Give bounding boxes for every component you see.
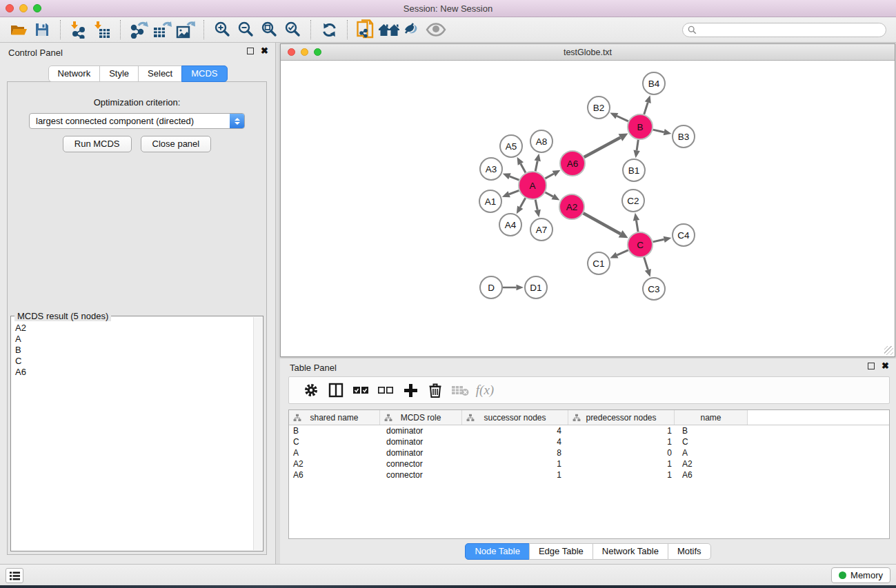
tab-node-table[interactable]: Node Table [465,543,530,560]
tab-mcds[interactable]: MCDS [181,65,227,82]
graph-node-B2[interactable]: B2 [588,97,610,119]
delete-row-button[interactable] [423,380,448,401]
refresh-layout-button[interactable] [317,19,341,40]
graph-node-B4[interactable]: B4 [643,72,665,94]
column-header-name[interactable]: name [675,410,748,425]
export-image-button[interactable] [174,19,197,40]
function-builder-button[interactable]: f(x) [472,380,497,401]
zoom-out-button[interactable] [234,19,257,40]
graph-node-A6[interactable]: A6 [560,151,585,176]
zoom-window-button[interactable] [33,4,41,12]
zoom-fit-icon [260,21,278,39]
close-panel-button[interactable]: Close panel [141,136,212,152]
network-from-file-button[interactable] [354,19,377,40]
graph-node-A7[interactable]: A7 [530,219,552,241]
graph-node-C3[interactable]: C3 [643,278,665,300]
result-item[interactable]: A6 [15,367,252,378]
tab-edge-table[interactable]: Edge Table [529,543,593,560]
graph-node-D1[interactable]: D1 [525,276,547,298]
export-table-button[interactable] [150,19,174,40]
task-history-button[interactable] [6,568,23,583]
window-resize-grip[interactable] [884,346,893,355]
mcds-result-box: MCDS result (5 nodes) A2ABCA6 [10,316,263,551]
run-mcds-button[interactable]: Run MCDS [63,136,132,152]
graph-node-C1[interactable]: C1 [588,252,610,274]
graph-node-A[interactable]: A [519,172,546,199]
graph-node-A8[interactable]: A8 [530,130,552,152]
result-item[interactable]: C [15,356,252,367]
table-cell: A [289,448,380,458]
float-table-panel-icon[interactable] [868,363,875,369]
result-item[interactable]: B [15,345,252,356]
table-cell: dominator [380,426,462,436]
float-panel-icon[interactable] [247,48,254,54]
table-row[interactable]: A2connector11A2 [289,458,889,469]
search-input[interactable] [682,23,886,37]
close-table-panel-icon[interactable]: ✖ [882,363,889,369]
table-row[interactable]: Adominator80A [289,447,889,458]
add-row-button[interactable] [398,380,423,401]
tab-style[interactable]: Style [99,65,139,82]
close-window-button[interactable] [6,4,14,12]
column-header-MCDS-role[interactable]: MCDS role [380,410,462,425]
import-table-button[interactable] [90,19,114,40]
network-close-button[interactable] [288,48,295,56]
network-zoom-button[interactable] [314,48,321,56]
graph-node-B1[interactable]: B1 [623,159,645,181]
tab-network[interactable]: Network [48,65,100,82]
graph-node-A2[interactable]: A2 [559,194,584,219]
close-panel-icon[interactable]: ✖ [261,48,268,54]
table-row[interactable]: Bdominator41B [289,425,889,436]
select-all-button[interactable] [348,380,373,401]
export-network-button[interactable] [127,19,150,40]
zoom-fit-button[interactable] [257,19,281,40]
network-window-titlebar[interactable]: testGlobe.txt [281,44,895,61]
tab-network-table[interactable]: Network Table [593,543,668,560]
criterion-dropdown-value: largest connected component (directed) [36,116,194,126]
graph-arrowhead [633,213,639,221]
minimize-window-button[interactable] [19,4,28,12]
graph-node-C4[interactable]: C4 [673,224,695,246]
show-hide-graphics-button[interactable] [424,19,448,40]
zoom-in-button[interactable] [210,19,234,40]
table-cell: 1 [568,459,675,469]
table-row[interactable]: Cdominator41C [289,436,889,447]
tab-motifs[interactable]: Motifs [668,543,711,560]
delete-column-button[interactable] [448,380,472,401]
column-header-successor-nodes[interactable]: successor nodes [462,410,568,425]
graph-node-D[interactable]: D [480,276,502,298]
column-header-shared-name[interactable]: shared name [289,410,380,425]
deselect-all-button[interactable] [373,380,398,401]
table-cell: connector [380,470,462,480]
result-scrollbar[interactable] [253,317,262,550]
graph-node-B3[interactable]: B3 [673,125,695,148]
graph-node-B[interactable]: B [628,114,653,139]
graph-node-C[interactable]: C [628,232,653,257]
zoom-selected-button[interactable] [281,19,304,40]
import-network-button[interactable] [67,19,90,40]
table-row[interactable]: A6connector11A6 [289,469,889,480]
result-item[interactable]: A [15,334,252,345]
graph-node-A5[interactable]: A5 [500,135,522,157]
graph-node-A1[interactable]: A1 [479,190,501,212]
column-header-predecessor-nodes[interactable]: predecessor nodes [568,410,675,425]
table-settings-button[interactable] [299,380,323,401]
graph-node-A4[interactable]: A4 [499,214,521,236]
result-item[interactable]: A2 [15,323,252,334]
graph-edge-A-A3 [510,176,519,180]
show-columns-button[interactable] [323,380,348,401]
open-session-button[interactable] [7,19,30,40]
network-minimize-button[interactable] [301,48,308,56]
memory-button[interactable]: Memory [831,567,890,583]
style-preview-button[interactable] [401,19,424,40]
home-pages-button[interactable] [377,19,401,40]
fx-icon: f(x) [476,383,494,398]
graph-node-C2[interactable]: C2 [622,190,644,212]
graph-edge-C-C3 [644,257,648,270]
criterion-dropdown[interactable]: largest connected component (directed) [29,113,245,129]
network-canvas[interactable]: AA1A2A3A4A5A6A7A8BB1B2B3B4CC1C2C3C4DD1 [281,61,895,356]
graph-node-A3[interactable]: A3 [480,158,502,180]
tab-select[interactable]: Select [138,65,182,82]
status-bar: Memory [0,564,896,585]
save-session-button[interactable] [30,19,54,40]
